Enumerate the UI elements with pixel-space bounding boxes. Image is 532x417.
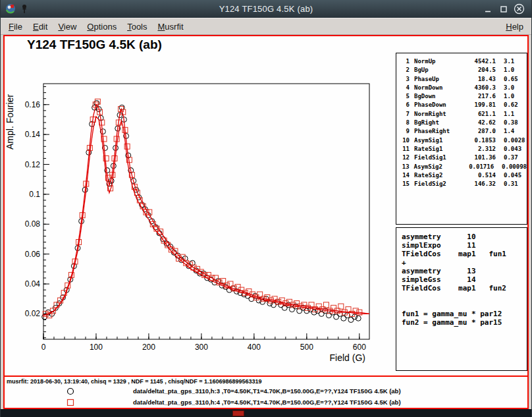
param-num: 2 — [396, 66, 410, 74]
minimize-button[interactable] — [481, 3, 494, 15]
param-val: 199.81 — [463, 101, 496, 109]
param-row: 5BgDown217.61.0 — [396, 92, 527, 101]
pad-separator — [5, 375, 527, 377]
x-tick-label: 400 — [248, 343, 261, 352]
window-title: Y124 TF150G 4.5K (ab) — [1, 0, 531, 18]
param-val: 621.1 — [463, 110, 496, 119]
param-err: 1.0 — [504, 66, 527, 74]
param-val: 204.5 — [463, 66, 496, 74]
legend-row: data/deltat_pta_gps_3110,h:4 ,T0=4.50K,T… — [5, 397, 527, 408]
param-rows: 1NormUp4542.13.12BgUp204.51.03PhaseUp18.… — [396, 57, 527, 188]
taskbar-strip — [1, 409, 531, 417]
param-err: 1.1 — [504, 110, 527, 119]
param-name: RateSig2 — [414, 171, 463, 180]
param-val: 0.1853 — [463, 136, 496, 145]
legend: data/deltat_pta_gps_3110,h:3 ,T0=4.50K,T… — [5, 385, 527, 408]
param-val: 4542.1 — [463, 57, 496, 66]
param-val: 0.514 — [463, 171, 496, 180]
theory-line — [402, 292, 527, 301]
app-window: Y124 TF150G 4.5K (ab) FileEditViewOption… — [0, 0, 532, 417]
param-row: 15FieldSig2146.320.31 — [396, 180, 527, 188]
x-tick-label: 300 — [195, 343, 208, 352]
param-row: 12FieldSig1101.360.37 — [396, 153, 527, 162]
maximize-button[interactable] — [497, 3, 510, 15]
param-name: AsymSig1 — [414, 136, 463, 145]
menu-file[interactable]: File — [3, 20, 28, 34]
param-name: NormDown — [414, 84, 463, 92]
legend-row: data/deltat_pta_gps_3110,h:3 ,T0=4.50K,T… — [5, 385, 527, 397]
param-row: 14RateSig20.5140.045 — [396, 171, 527, 180]
param-err: 3.0 — [504, 84, 527, 92]
param-err: 0.65 — [504, 75, 527, 84]
param-name: RateSig1 — [414, 145, 463, 153]
menu-musrfit[interactable]: Musrfit — [153, 20, 189, 34]
parameter-box: 1NormUp4542.13.12BgUp204.51.03PhaseUp18.… — [396, 53, 527, 225]
param-name: AsymSig2 — [414, 163, 462, 171]
menu-view[interactable]: View — [53, 20, 82, 34]
param-num: 4 — [396, 84, 410, 92]
param-name: PhaseDown — [414, 101, 463, 109]
close-button[interactable] — [513, 3, 525, 15]
param-err: 0.043 — [504, 145, 527, 153]
y-tick-label: 0.14 — [25, 130, 41, 139]
param-val: 18.43 — [463, 75, 496, 84]
y-tick-label: 0.08 — [25, 219, 41, 229]
param-num: 8 — [396, 119, 410, 127]
menubar-right: Help — [500, 20, 529, 34]
param-err: 0.045 — [504, 171, 527, 180]
theory-line — [402, 301, 527, 310]
taskbar-item[interactable] — [232, 410, 244, 416]
param-err: 0.37 — [504, 153, 527, 162]
param-name: NormRight — [414, 110, 463, 119]
param-num: 13 — [396, 163, 410, 171]
theory-line: fun1 = gamma_mu * par12 — [402, 310, 527, 318]
param-err: 0.38 — [504, 119, 527, 127]
param-row: 1NormUp4542.13.1 — [396, 57, 527, 66]
param-name: PhaseUp — [414, 75, 463, 84]
param-name: BgRight — [414, 119, 463, 127]
x-tick-label: 500 — [300, 343, 313, 352]
param-row: 6PhaseDown199.810.62 — [396, 101, 527, 109]
theory-line: fun2 = gamma_mu * par15 — [402, 318, 527, 327]
param-num: 12 — [396, 153, 410, 162]
fit-status-line: musrfit: 2018-06-30, 13:19:40, chisq = 1… — [7, 378, 261, 385]
theory-line: simpleGss 14 — [402, 275, 527, 284]
param-val: 42.62 — [463, 119, 496, 127]
param-row: 8BgRight42.620.38 — [396, 119, 527, 127]
param-err: 0.31 — [504, 180, 527, 188]
param-row: 9PhaseRight287.01.4 — [396, 127, 527, 136]
param-err: 3.1 — [504, 57, 527, 66]
param-name: FieldSig2 — [414, 180, 463, 188]
param-num: 10 — [396, 136, 410, 145]
param-err: 0.0028 — [504, 136, 527, 145]
param-err: 0.62 — [504, 101, 527, 109]
plot-canvas[interactable]: 01002003004005006000.020.040.060.080.10.… — [5, 36, 398, 374]
param-name: NormUp — [414, 57, 463, 66]
legend-text: data/deltat_pta_gps_3110,h:3 ,T0=4.50K,T… — [133, 387, 401, 395]
x-axis-title: Field (G) — [330, 352, 365, 363]
x-tick-label: 100 — [90, 343, 103, 352]
theory-line: asymmetry 13 — [402, 267, 527, 275]
theory-line: + — [402, 258, 527, 267]
param-num: 3 — [396, 75, 410, 84]
param-err: 1.0 — [504, 92, 527, 101]
titlebar: Y124 TF150G 4.5K (ab) — [1, 0, 531, 18]
param-num: 9 — [396, 127, 410, 136]
param-val: 217.6 — [463, 92, 496, 101]
menu-tools[interactable]: Tools — [122, 20, 152, 34]
param-row: 4NormDown4360.33.0 — [396, 84, 527, 92]
param-num: 11 — [396, 145, 410, 153]
param-val: 101.36 — [463, 153, 496, 162]
param-val: 4360.3 — [463, 84, 496, 92]
param-num: 14 — [396, 171, 410, 180]
param-num: 7 — [396, 110, 410, 119]
param-err: 0.00098 — [502, 163, 527, 171]
menu-options[interactable]: Options — [82, 20, 122, 34]
x-tick-label: 0 — [41, 343, 46, 352]
root-canvas[interactable]: Y124 TF150G 4.5K (ab) 010020030040050060… — [3, 35, 529, 409]
y-tick-label: 0.12 — [25, 160, 41, 169]
menu-help[interactable]: Help — [500, 20, 529, 34]
param-name: BgDown — [414, 92, 463, 101]
y-tick-label: 0.1 — [29, 190, 40, 199]
menu-edit[interactable]: Edit — [28, 20, 53, 34]
